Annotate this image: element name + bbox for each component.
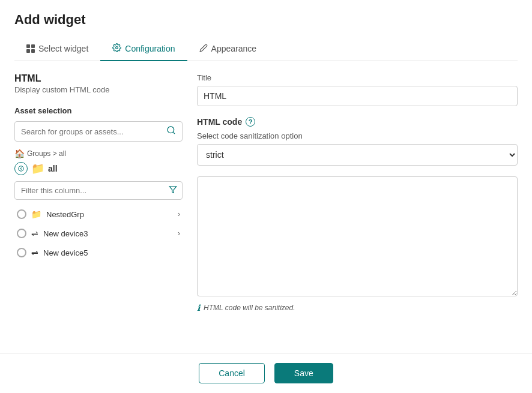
folder-back-button[interactable] bbox=[14, 162, 28, 175]
chevron-right-icon: › bbox=[178, 229, 180, 238]
modal-body: HTML Display custom HTML code Asset sele… bbox=[0, 61, 532, 353]
list-item[interactable]: ⇌ New device3 › bbox=[14, 224, 183, 243]
device-icon: ⇌ bbox=[31, 229, 38, 238]
asset-name: New device3 bbox=[43, 229, 173, 238]
device-icon: ⇌ bbox=[31, 248, 38, 257]
folder-icon: 📁 bbox=[31, 209, 41, 219]
save-button[interactable]: Save bbox=[274, 363, 333, 383]
search-box bbox=[14, 121, 183, 142]
help-icon[interactable]: ? bbox=[246, 117, 255, 127]
radio-nestedgrp[interactable] bbox=[17, 209, 26, 219]
modal-footer: Cancel Save bbox=[0, 353, 532, 393]
gear-icon bbox=[112, 43, 121, 54]
asset-name: New device5 bbox=[43, 248, 180, 257]
widget-type: HTML bbox=[14, 73, 183, 84]
sanitization-select[interactable]: strict moderate none bbox=[197, 144, 518, 166]
radio-device3[interactable] bbox=[17, 229, 26, 238]
tab-appearance-label: Appearance bbox=[211, 44, 257, 53]
modal-title: Add widget bbox=[14, 12, 518, 28]
widget-desc: Display custom HTML code bbox=[14, 85, 183, 94]
breadcrumb: 🏠 Groups > all bbox=[14, 149, 183, 158]
svg-marker-4 bbox=[169, 187, 177, 193]
svg-point-1 bbox=[168, 127, 174, 133]
html-code-label: HTML code bbox=[197, 117, 242, 127]
radio-device5[interactable] bbox=[17, 248, 26, 257]
filter-icon bbox=[164, 182, 182, 199]
tab-select-widget[interactable]: Select widget bbox=[14, 38, 100, 61]
add-widget-modal: Add widget Select widget Configuration bbox=[0, 0, 532, 393]
tab-appearance[interactable]: Appearance bbox=[187, 38, 269, 61]
tab-configuration[interactable]: Configuration bbox=[100, 37, 187, 61]
search-input[interactable] bbox=[21, 127, 163, 136]
home-icon: 🏠 bbox=[14, 149, 25, 158]
grid-icon bbox=[26, 44, 35, 53]
tabs-bar: Select widget Configuration Appearanc bbox=[14, 37, 518, 61]
filter-input[interactable] bbox=[15, 182, 164, 199]
asset-selection-label: Asset selection bbox=[14, 106, 183, 115]
widget-info: HTML Display custom HTML code bbox=[14, 73, 183, 94]
svg-point-0 bbox=[116, 47, 118, 49]
title-label: Title bbox=[197, 73, 518, 82]
search-icon[interactable] bbox=[166, 125, 176, 137]
info-icon: ℹ bbox=[197, 303, 200, 313]
svg-point-3 bbox=[19, 166, 23, 171]
chevron-right-icon: › bbox=[178, 210, 180, 218]
html-code-textarea[interactable] bbox=[197, 176, 518, 296]
html-code-section-title: HTML code ? bbox=[197, 117, 518, 127]
tab-select-widget-label: Select widget bbox=[38, 44, 88, 53]
info-row: ℹ HTML code will be sanitized. bbox=[197, 303, 518, 313]
title-field-group: Title bbox=[197, 73, 518, 106]
current-folder-row: 📁 all bbox=[14, 162, 183, 175]
list-item[interactable]: 📁 NestedGrp › bbox=[14, 205, 183, 224]
right-panel: Title HTML code ? Select code sanitizati… bbox=[197, 73, 518, 341]
asset-list: 📁 NestedGrp › ⇌ New device3 › ⇌ New devi… bbox=[14, 205, 183, 262]
breadcrumb-text: Groups > all bbox=[27, 149, 66, 158]
title-input[interactable] bbox=[197, 86, 518, 106]
list-item[interactable]: ⇌ New device5 bbox=[14, 243, 183, 262]
svg-line-2 bbox=[173, 132, 175, 134]
asset-name: NestedGrp bbox=[46, 210, 173, 219]
folder-name: all bbox=[48, 164, 58, 173]
info-text: HTML code will be sanitized. bbox=[204, 304, 295, 312]
html-code-field-group: HTML code ? Select code sanitization opt… bbox=[197, 117, 518, 166]
tab-configuration-label: Configuration bbox=[125, 44, 175, 53]
modal-header: Add widget Select widget Configuration bbox=[0, 0, 532, 61]
pencil-icon bbox=[199, 44, 208, 54]
cancel-button[interactable]: Cancel bbox=[199, 363, 265, 383]
sanitization-label: Select code sanitization option bbox=[197, 131, 518, 140]
html-textarea-group: ℹ HTML code will be sanitized. bbox=[197, 176, 518, 313]
filter-row bbox=[14, 181, 183, 200]
left-panel: HTML Display custom HTML code Asset sele… bbox=[14, 73, 183, 341]
folder-icon: 📁 bbox=[31, 162, 44, 175]
